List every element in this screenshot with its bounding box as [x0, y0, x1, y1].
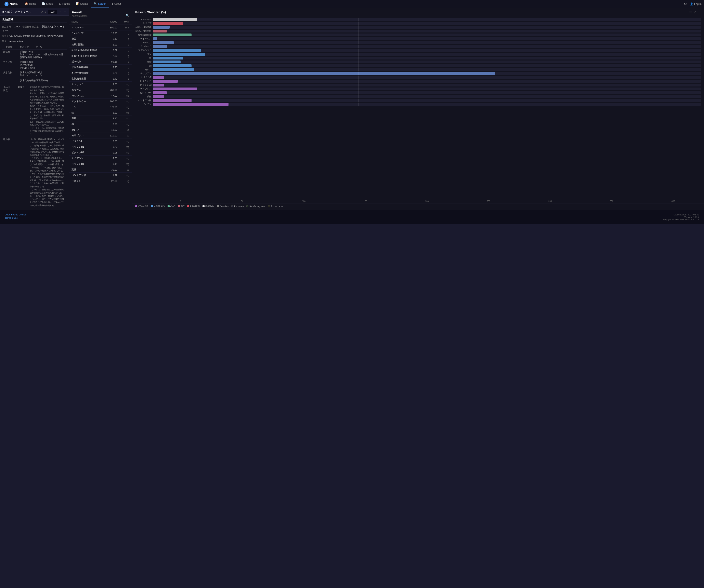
english-name-row: 英名： CEREALS/Common oats*/oatmeal, raw[*S…: [2, 34, 67, 38]
bar-chart: エネルギー たんぱく質 n-3系...和脂肪酸: [132, 16, 704, 199]
quantity-decrease-button[interactable]: －: [58, 10, 62, 14]
nav-create[interactable]: 📝 Create: [73, 0, 91, 8]
bar-label: 葉酸: [135, 95, 152, 98]
chart-list-button[interactable]: ☰: [689, 10, 692, 14]
note-subcategory: 一般成分: [14, 85, 28, 137]
bar-fill: [153, 76, 164, 79]
bar-row: カルシウム: [135, 45, 701, 48]
nutrient-value: 1.01: [105, 42, 120, 48]
english-label: 英名：: [2, 35, 9, 37]
col-name: Name: [69, 19, 105, 25]
bar-fill: [153, 22, 183, 25]
quantity-increase-button[interactable]: ＋: [63, 10, 67, 14]
topnav: N Nutra 🏠 Home 📄 Single ⊞ Range 📝 Create…: [0, 0, 704, 8]
chart-expand-button[interactable]: ⤢: [693, 10, 696, 14]
legend-item: VITAMINS: [135, 205, 148, 207]
xaxis-tick: 100: [273, 200, 335, 202]
table-row: ビタミンE 0.60 mg: [69, 138, 132, 144]
note-category: 脂肪酸: [2, 137, 14, 208]
logo-icon: N: [4, 2, 8, 6]
category-cell: 脂肪酸: [2, 50, 16, 60]
search-arrow-icon[interactable]: ∨: [45, 10, 47, 13]
search-input[interactable]: [2, 10, 40, 13]
legend-label: MINERALS: [154, 205, 165, 207]
quantity-input[interactable]: [48, 10, 57, 14]
table-row: 飽和脂肪酸 1.01 g: [69, 42, 132, 48]
bar-track: [153, 26, 701, 28]
category-cell: 一般成分: [2, 45, 16, 50]
bar-fill: [153, 103, 229, 106]
bar-label: カルシウム: [135, 45, 152, 48]
nutrient-unit: kcal: [120, 25, 132, 30]
legend-item: PROTEIN: [187, 205, 200, 207]
table-row: 鉄 3.90 mg: [69, 110, 132, 116]
xaxis-tick: 250: [458, 200, 519, 202]
bar-row: たんぱく質: [135, 22, 701, 25]
bar-label: n-3系...和脂肪酸: [135, 26, 152, 28]
nutrient-name: 不溶性食物繊維: [69, 70, 105, 76]
home-icon: 🏠: [25, 2, 28, 5]
bar-row: ナイアシン: [135, 87, 701, 90]
terms-link[interactable]: Terms of use: [5, 217, 26, 219]
legend-label: ENERGY: [206, 205, 214, 207]
nav-single[interactable]: 📄 Single: [40, 0, 56, 8]
nutrient-value: 18.00: [105, 127, 120, 133]
table-row: 炭水化物 炭水化物[可食部100g] 別名：オート、オーツ 炭水化物有機酸[可食…: [2, 70, 67, 83]
nutrient-name: マグネシウム: [69, 99, 105, 104]
nav-right: ⚙ 👤 Log In: [682, 1, 702, 7]
notes-table: 食品別留点 一般成分 穀類の全般に適用する主な事項は、次のとおりである。 ①試料…: [2, 85, 67, 208]
nutrient-value: 260.00: [105, 87, 120, 93]
nutrient-name: カルシウム: [69, 93, 105, 99]
subcategory-cell: [16, 70, 19, 83]
about-icon: ℹ: [112, 2, 113, 5]
xaxis-tick: 400: [642, 200, 704, 202]
legend-dot: [178, 205, 180, 207]
bar-track: [153, 87, 701, 90]
table-row: モリブデン 110.00 μg: [69, 133, 132, 138]
nav-about[interactable]: ℹ About: [110, 0, 123, 8]
nutrient-name: 飽和脂肪酸: [69, 42, 105, 48]
nutrient-name: 鉄: [69, 110, 105, 116]
nutrient-value: 30.00: [105, 167, 120, 173]
table-row: 一般成分 別名：オート、オーツ: [2, 45, 67, 50]
bar-track: [153, 91, 701, 94]
detail-cell: [可食部100g] 別名：オート、オーツ 米国成分表から推計 [脂質1g/総脂肪…: [19, 50, 67, 60]
bar-row: 銅: [135, 64, 701, 67]
nav-home[interactable]: 🏠 Home: [22, 0, 39, 8]
nutrient-value: 0.60: [105, 138, 120, 144]
bar-label: ビタミンB1: [135, 80, 152, 83]
legend-item: MINERALS: [151, 205, 165, 207]
legend-item: Satisfactory area: [246, 205, 265, 207]
open-source-link[interactable]: Open Source License: [5, 213, 26, 216]
nutrient-name: 亜鉛: [69, 116, 105, 121]
bar-track: [153, 45, 701, 48]
result-search-icon[interactable]: 🔍: [125, 14, 129, 17]
legend-label: VITAMINS: [138, 205, 148, 207]
last-updated: Last updated: 2023-02-02: [662, 213, 699, 216]
search-clear-icon[interactable]: ✕: [41, 10, 44, 13]
chart-title: Result / Standard (%): [135, 10, 166, 14]
nutrient-name: カリウム: [69, 87, 105, 93]
nutrient-name: ビタミンE: [69, 138, 105, 144]
chart-legend: VITAMINS MINERALS CHO FAT PROTEIN ENERGY…: [132, 203, 704, 210]
nutrient-name: ナイアシン: [69, 155, 105, 161]
number-value: 01004: [14, 25, 20, 28]
nav-search[interactable]: 🔍 Search: [91, 0, 109, 8]
table-row: 水溶性食物繊維 3.20 g: [69, 65, 132, 70]
chart-menu-button[interactable]: ⋮: [698, 10, 701, 14]
nutrient-value: 0.11: [105, 161, 120, 167]
nutrient-unit: mg: [120, 155, 132, 161]
legend-label: Poor area: [234, 205, 243, 207]
bar-label: たんぱく質: [135, 22, 152, 25]
legend-item: Exceed area: [268, 205, 283, 207]
bar-track: [153, 49, 701, 52]
bar-fill: [153, 29, 167, 32]
nav-range[interactable]: ⊞ Range: [57, 0, 72, 8]
table-row: 脂質 5.10 g: [69, 36, 132, 42]
login-button[interactable]: 👤 Log In: [690, 2, 702, 5]
legend-label: Exceed area: [271, 205, 283, 207]
settings-button[interactable]: ⚙: [682, 1, 688, 7]
table-row: 亜鉛 2.10 mg: [69, 116, 132, 121]
category-label: 食品群名/食品名：: [22, 25, 41, 28]
app-logo[interactable]: N Nutra: [2, 0, 20, 8]
